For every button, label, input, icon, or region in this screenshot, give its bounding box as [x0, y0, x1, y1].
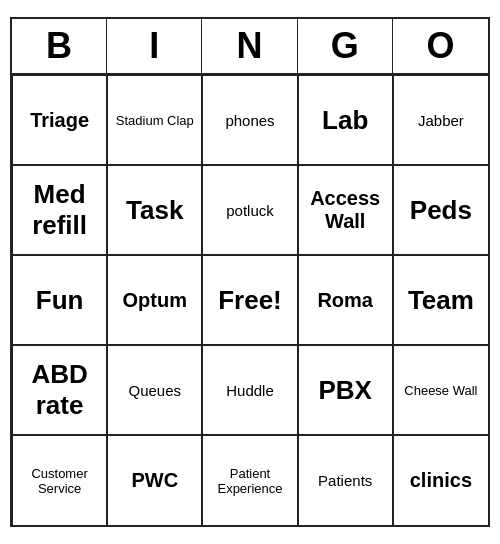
header-letter: N	[202, 19, 297, 73]
bingo-cell: phones	[202, 75, 297, 165]
header-letter: O	[393, 19, 488, 73]
bingo-cell: Task	[107, 165, 202, 255]
bingo-cell: PWC	[107, 435, 202, 525]
bingo-cell: Team	[393, 255, 488, 345]
header-letter: B	[12, 19, 107, 73]
bingo-cell: Fun	[12, 255, 107, 345]
bingo-cell: Peds	[393, 165, 488, 255]
bingo-cell: clinics	[393, 435, 488, 525]
header-letter: I	[107, 19, 202, 73]
bingo-cell: potluck	[202, 165, 297, 255]
bingo-cell: Jabber	[393, 75, 488, 165]
bingo-cell: Roma	[298, 255, 393, 345]
bingo-cell: PBX	[298, 345, 393, 435]
bingo-cell: Lab	[298, 75, 393, 165]
bingo-cell: Patients	[298, 435, 393, 525]
bingo-cell: Queues	[107, 345, 202, 435]
bingo-cell: Customer Service	[12, 435, 107, 525]
bingo-cell: ABD rate	[12, 345, 107, 435]
bingo-cell: Huddle	[202, 345, 297, 435]
bingo-grid: TriageStadium ClapphonesLabJabberMed ref…	[12, 75, 488, 525]
bingo-header: BINGO	[12, 19, 488, 75]
bingo-cell: Patient Experience	[202, 435, 297, 525]
header-letter: G	[298, 19, 393, 73]
bingo-cell: Free!	[202, 255, 297, 345]
bingo-card: BINGO TriageStadium ClapphonesLabJabberM…	[10, 17, 490, 527]
bingo-cell: Cheese Wall	[393, 345, 488, 435]
bingo-cell: Stadium Clap	[107, 75, 202, 165]
bingo-cell: Access Wall	[298, 165, 393, 255]
bingo-cell: Med refill	[12, 165, 107, 255]
bingo-cell: Optum	[107, 255, 202, 345]
bingo-cell: Triage	[12, 75, 107, 165]
